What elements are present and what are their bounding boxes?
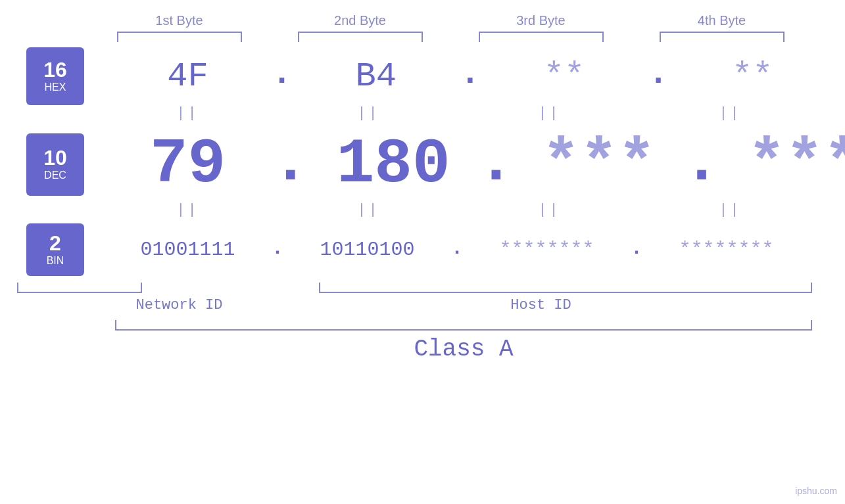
eq2-b3: || xyxy=(459,202,640,218)
dec-row: 10 DEC 79 . 180 . *** . *** xyxy=(0,127,845,202)
bracket-bottom-network xyxy=(17,283,142,293)
byte4-header: 4th Byte xyxy=(631,13,812,28)
hex-base-num: 16 xyxy=(43,59,67,80)
bin-b3-cell: ******** xyxy=(456,239,637,261)
dec-b2-cell: 180 xyxy=(303,129,484,200)
bracket-bottom-host xyxy=(319,283,812,293)
dec-b4-value: *** xyxy=(748,129,845,200)
bin-b4-cell: ******** xyxy=(636,239,817,261)
dec-b1-value: 79 xyxy=(150,129,226,200)
watermark: ipshu.com xyxy=(795,486,837,496)
class-row: Class A xyxy=(0,336,845,363)
hex-b4-value: ** xyxy=(732,57,773,96)
eq1-b4: || xyxy=(640,105,821,122)
main-container: 1st Byte 2nd Byte 3rd Byte 4th Byte 16 H… xyxy=(0,0,845,504)
bottom-brackets xyxy=(0,283,845,293)
hex-b3-value: ** xyxy=(544,57,585,96)
bin-b2-value: 10110100 xyxy=(320,239,415,261)
byte1-header: 1st Byte xyxy=(89,13,270,28)
big-bracket xyxy=(115,320,812,331)
bin-badge: 2 BIN xyxy=(26,223,84,276)
eq2-b4: || xyxy=(640,202,821,218)
dec-base-num: 10 xyxy=(43,147,67,168)
bin-b2-cell: 10110100 xyxy=(277,239,458,261)
bin-row: 2 BIN 01001111 . 10110100 . ******** . *… xyxy=(0,223,845,276)
byte3-header: 3rd Byte xyxy=(450,13,631,28)
dec-b1-cell: 79 xyxy=(97,129,278,200)
hex-b4-cell: ** xyxy=(662,57,843,96)
bracket-b1 xyxy=(117,32,242,42)
hex-b3-cell: ** xyxy=(473,57,654,96)
dec-b2-value: 180 xyxy=(337,129,450,200)
bracket-b3 xyxy=(479,32,604,42)
hex-b2-value: B4 xyxy=(356,57,397,96)
bin-b4-value: ******** xyxy=(679,239,774,261)
bin-b3-value: ******** xyxy=(500,239,594,261)
bin-b1-value: 01001111 xyxy=(140,239,235,261)
bin-values: 01001111 . 10110100 . ******** . *******… xyxy=(97,237,817,262)
equals-row-2: || || || || xyxy=(0,202,845,218)
bracket-b2 xyxy=(298,32,423,42)
hex-b2-cell: B4 xyxy=(285,57,466,96)
eq2-b1: || xyxy=(97,202,278,218)
hex-b1-cell: 4F xyxy=(97,57,278,96)
host-bracket-wide xyxy=(319,283,812,293)
top-brackets xyxy=(0,32,845,42)
eq2-b2: || xyxy=(278,202,459,218)
network-bracket xyxy=(0,283,160,293)
dec-b3-cell: *** xyxy=(508,129,689,200)
hex-base-label: HEX xyxy=(45,81,66,93)
bin-base-num: 2 xyxy=(49,233,61,254)
big-bottom-bracket xyxy=(0,320,845,331)
dec-b4-cell: *** xyxy=(714,129,845,200)
dec-base-label: DEC xyxy=(44,170,66,181)
bin-b1-cell: 01001111 xyxy=(97,239,278,261)
dec-values: 79 . 180 . *** . *** xyxy=(97,127,845,202)
hex-badge: 16 HEX xyxy=(26,47,84,105)
bin-base-label: BIN xyxy=(47,255,64,267)
bracket-b4 xyxy=(660,32,785,42)
hex-row: 16 HEX 4F . B4 . ** . ** xyxy=(0,47,845,105)
eq1-b1: || xyxy=(97,105,278,122)
hex-b1-value: 4F xyxy=(167,57,208,96)
dec-badge: 10 DEC xyxy=(26,133,84,196)
equals-row-1: || || || || xyxy=(0,105,845,122)
byte2-header: 2nd Byte xyxy=(270,13,450,28)
class-label: Class A xyxy=(115,336,812,363)
host-bracket-start xyxy=(160,283,320,293)
network-id-label: Network ID xyxy=(89,297,270,313)
host-id-label: Host ID xyxy=(270,297,812,313)
eq1-b2: || xyxy=(278,105,459,122)
dec-b3-value: *** xyxy=(542,129,656,200)
byte-headers: 1st Byte 2nd Byte 3rd Byte 4th Byte xyxy=(0,13,845,28)
labels-row: Network ID Host ID xyxy=(0,297,845,313)
hex-values: 4F . B4 . ** . ** xyxy=(97,55,843,99)
eq1-b3: || xyxy=(459,105,640,122)
